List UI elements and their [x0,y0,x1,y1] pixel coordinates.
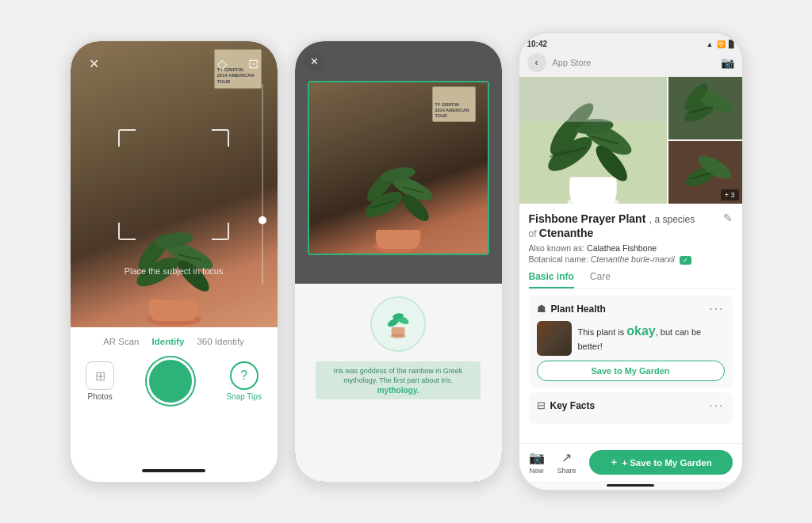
result-area: Iris was goddess of the rainbow in Greek… [295,284,502,482]
focus-corner-tl [118,129,136,147]
plant-info-section: Fishbone Prayer Plant , a species of Cte… [519,204,742,443]
more-images-badge: + 3 [721,189,739,200]
info-tabs: Basic info Care [529,271,733,289]
plant-in-frame [343,127,454,254]
mythology-text: Iris was goddess of the rainbow in Greek… [316,361,481,399]
status-bar: 10:42 ▲ 🛜 ▉ [527,40,734,48]
also-known-value: Calathea Fishbone [587,243,657,253]
status-icons: ▲ 🛜 ▉ [707,40,734,48]
also-known-row: Also known as: Calathea Fishbone [529,243,733,253]
photos-label: Photos [88,392,113,401]
phone-3: 10:42 ▲ 🛜 ▉ ‹ App Store 📷 [518,32,744,491]
health-content: This plant is okay, but can be better! [537,321,725,356]
edit-icon[interactable]: ✎ [723,212,733,224]
new-icon: 📷 [529,450,545,465]
focus-frame [118,129,229,240]
phone-1: ✕ ◇ ⊡ TY GRIFFIN2014 AMERICAN TOUR [69,40,279,483]
key-facts-title-row: ⊟ Key Facts [537,399,596,411]
back-button[interactable]: ‹ [527,53,546,72]
new-label: New [529,467,543,475]
focus-corner-tr [212,129,229,147]
side-images: + 3 [668,77,742,204]
share-icon: ↗ [561,450,572,465]
phone-2-screen: ✕ TY GRIFFIN2014 AMERICAN TOUR [295,41,502,482]
health-more-button[interactable]: ··· [709,302,724,316]
plant-name-block: Fishbone Prayer Plant , a species of Cte… [529,212,695,240]
focus-corner-br [212,223,229,240]
focus-hint-text: Place the subject in focus [71,266,278,276]
capture-row: ⊞ Photos ? Snap Tips [86,357,262,405]
camera-icon[interactable]: 📷 [721,56,734,69]
plant-name: Fishbone Prayer Plant [529,212,646,225]
tab-ar-scan[interactable]: AR Scan [103,335,139,348]
bottom-action-bar: 📷 New ↗ Share ＋ + Save to My Garden [519,443,742,481]
species-prefix: , a species [649,214,695,225]
tab-identify[interactable]: Identify [152,335,185,348]
tab-care[interactable]: Care [590,271,611,288]
camera-flip-icon[interactable]: ⊡ [243,52,265,74]
botanical-name: Ctenanthe burle-marxii [591,254,675,264]
health-title-row: ☗ Plant Health [537,303,606,315]
save-to-garden-bottom-button[interactable]: ＋ + Save to My Garden [589,450,733,475]
plant-name-row: Fishbone Prayer Plant , a species of Cte… [529,212,733,240]
scan-screen: ✕ TY GRIFFIN2014 AMERICAN TOUR [295,41,502,482]
scan-frame: TY GRIFFIN2014 AMERICAN TOUR [308,81,489,255]
poster-text-2: TY GRIFFIN2014 AMERICAN TOUR [435,102,473,119]
poster-in-frame: TY GRIFFIN2014 AMERICAN TOUR [432,86,476,122]
save-to-garden-health-button[interactable]: Save to My Garden [537,361,725,381]
home-indicator-3 [607,484,654,487]
photos-button[interactable]: ⊞ Photos [86,361,114,401]
snap-tips-label: Snap Tips [226,392,261,401]
key-facts-more-button[interactable]: ··· [709,399,724,413]
share-button[interactable]: ↗ Share [557,450,576,475]
mythology-highlight: mythology. [377,386,419,395]
time-display: 10:42 [527,40,548,48]
tab-360-identify[interactable]: 360 Identify [197,335,243,348]
plant-pot-icon [382,308,414,340]
plant-health-section: ☗ Plant Health ··· This plant is okay, b… [529,296,733,387]
genus-prefix-text: of [529,228,539,239]
save-garden-plus-icon: ＋ [609,456,619,468]
key-facts-icon: ⊟ [537,399,546,411]
diamond-icon[interactable]: ◇ [211,52,233,74]
scan-image-bg: TY GRIFFIN2014 AMERICAN TOUR [309,82,488,254]
scan-tabs: AR Scan Identify 360 Identify [103,335,244,348]
health-icon: ☗ [537,303,546,315]
tab-basic-info[interactable]: Basic info [529,271,574,288]
svg-rect-32 [519,77,667,122]
nav-bar: ‹ App Store 📷 [527,52,734,74]
camera-controls: AR Scan Identify 360 Identify ⊞ Photos ?… [71,327,278,482]
botanical-label: Botanical name: [529,254,588,264]
focus-corner-bl [118,223,136,240]
snap-tips-button[interactable]: ? Snap Tips [226,361,261,401]
camera-view: ✕ ◇ ⊡ TY GRIFFIN2014 AMERICAN TOUR [71,41,278,327]
snap-tips-icon: ? [230,361,259,390]
health-section-title: Plant Health [551,303,606,315]
phone-3-screen: 10:42 ▲ 🛜 ▉ ‹ App Store 📷 [519,33,742,490]
main-plant-image[interactable] [519,77,667,204]
side-image-2[interactable]: + 3 [668,141,742,204]
side-image-1[interactable] [668,77,742,139]
result-detail-screen: 10:42 ▲ 🛜 ▉ ‹ App Store 📷 [519,33,742,490]
phone-2: ✕ TY GRIFFIN2014 AMERICAN TOUR [293,40,504,483]
plant-images-row: + 3 [519,77,742,204]
battery-icon: ▉ [729,40,734,48]
close-scan-button[interactable]: ✕ [304,51,325,71]
status-bar-area: 10:42 ▲ 🛜 ▉ ‹ App Store 📷 [519,33,742,77]
phones-container: ✕ ◇ ⊡ TY GRIFFIN2014 AMERICAN TOUR [53,16,760,507]
mythology-content: Iris was goddess of the rainbow in Greek… [327,366,470,386]
capture-button[interactable] [147,357,194,405]
photos-icon: ⊞ [86,361,114,390]
slider-thumb [259,216,266,224]
health-text-pre: This plant is [578,327,627,337]
new-button[interactable]: 📷 New [529,450,545,475]
health-section-header: ☗ Plant Health ··· [537,302,725,316]
share-label: Share [557,467,576,475]
exposure-slider[interactable] [262,84,263,284]
phone-1-screen: ✕ ◇ ⊡ TY GRIFFIN2014 AMERICAN TOUR [71,41,278,482]
main-plant-svg [519,77,667,204]
botanical-row: Botanical name: Ctenanthe burle-marxii ✓ [529,254,733,265]
save-garden-label: + Save to My Garden [622,458,711,468]
plant-result-icon [370,296,426,352]
close-icon[interactable]: ✕ [83,52,105,74]
